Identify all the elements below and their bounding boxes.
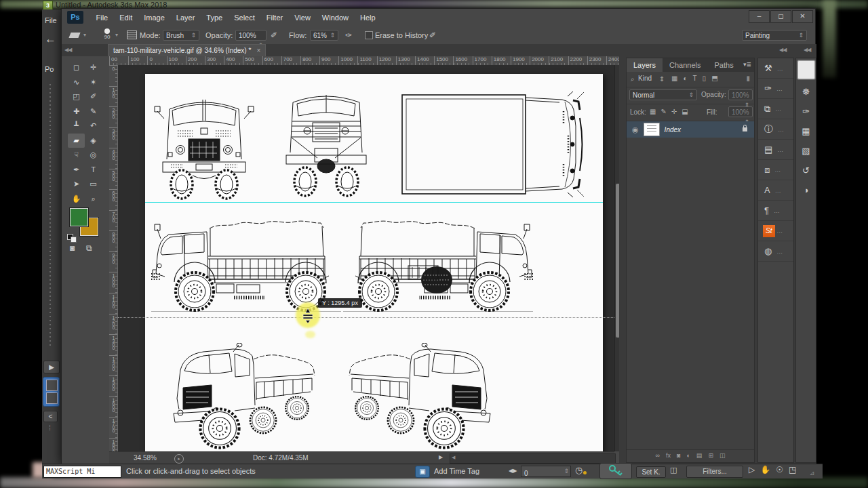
- clone-source-icon[interactable]: ⧉: [758, 99, 793, 119]
- stock-icon[interactable]: St: [758, 221, 793, 241]
- smudge-tool[interactable]: ☟: [68, 148, 85, 163]
- type-tool[interactable]: T: [85, 163, 102, 178]
- collapse-dock-icon[interactable]: ◀◀: [779, 44, 786, 56]
- lock-pixels-icon[interactable]: ✎: [660, 108, 666, 115]
- erase-to-history-checkbox[interactable]: [365, 31, 373, 39]
- guide-line-dragging[interactable]: [118, 317, 614, 318]
- dodge-tool[interactable]: ◎: [85, 148, 102, 163]
- time-configuration-icon[interactable]: ◷: [575, 465, 583, 475]
- tab-close-icon[interactable]: ×: [256, 45, 260, 57]
- canvas-area[interactable]: Y : 1295.4 px: [118, 65, 614, 451]
- foreground-color-swatch[interactable]: [70, 208, 88, 226]
- drag-handle-dots[interactable]: ⁞: [49, 424, 51, 432]
- status-popup-icon[interactable]: ▶: [439, 454, 443, 460]
- panel-tab[interactable]: Paths: [708, 58, 741, 72]
- pen-tool[interactable]: ✒: [68, 163, 85, 178]
- minimize-button[interactable]: –: [749, 10, 770, 23]
- sync-status-icon[interactable]: ▸: [174, 454, 184, 464]
- eraser-tool-icon[interactable]: [68, 33, 80, 38]
- lasso-tool[interactable]: ∿: [68, 75, 85, 90]
- mode-dropdown[interactable]: Brush: [163, 30, 199, 41]
- maximize-viewport-icon[interactable]: ◳: [789, 465, 796, 474]
- panel-tab[interactable]: Channels: [663, 58, 707, 72]
- add-time-tag-label[interactable]: Add Time Tag: [434, 464, 479, 479]
- properties-icon[interactable]: ▤: [758, 140, 793, 160]
- paint-bucket-tool[interactable]: ◈: [85, 134, 102, 148]
- brush-preview-caret-icon[interactable]: ▾: [115, 32, 118, 38]
- scroll-tabs-left-icon[interactable]: ◀◀: [64, 44, 71, 56]
- hand-tool[interactable]: ✋: [68, 192, 85, 207]
- menu-item[interactable]: Filter: [260, 14, 288, 22]
- eyedropper-tool[interactable]: ✐: [85, 89, 102, 104]
- kind-filter-dropdown[interactable]: Kind: [638, 75, 652, 82]
- path-selection-tool[interactable]: ➤: [68, 177, 85, 192]
- viewport-layout-button[interactable]: [43, 377, 60, 407]
- pressure-opacity-icon[interactable]: ✐: [271, 27, 277, 43]
- rectangular-marquee-tool[interactable]: ◻: [68, 60, 85, 75]
- character-icon[interactable]: A: [758, 180, 793, 201]
- menu-item[interactable]: File: [90, 14, 114, 22]
- menu-item[interactable]: Help: [354, 14, 381, 22]
- filter-smart-objects-icon[interactable]: ⬒: [711, 75, 717, 82]
- opacity-dropdown[interactable]: 100%: [235, 30, 267, 41]
- adjustment-layer-icon[interactable]: ◐: [686, 450, 690, 462]
- layer-effects-icon[interactable]: fx: [666, 450, 671, 462]
- move-tool[interactable]: ✛: [85, 60, 102, 75]
- new-layer-icon[interactable]: ⊞: [708, 450, 713, 462]
- workspace-dropdown[interactable]: Painting: [742, 30, 807, 41]
- default-colors-bg-icon[interactable]: [71, 237, 77, 243]
- kind-caret-icon[interactable]: ⇕: [659, 75, 665, 83]
- filter-shape-layers-icon[interactable]: ▯: [703, 75, 707, 82]
- flow-dropdown[interactable]: 61%: [310, 30, 338, 41]
- pan-hand-icon[interactable]: ✋: [760, 465, 770, 474]
- link-layers-icon[interactable]: ∞: [656, 450, 660, 462]
- magic-wand-tool[interactable]: ✶: [85, 75, 102, 90]
- brush-settings-icon[interactable]: ✑: [796, 102, 816, 121]
- rectangle-tool[interactable]: ▭: [85, 177, 102, 192]
- filter-pixel-layers-icon[interactable]: ▦: [671, 75, 677, 82]
- visibility-eye-icon[interactable]: ◉: [632, 125, 639, 134]
- airbrush-icon[interactable]: ✑: [345, 27, 352, 43]
- lock-transparency-icon[interactable]: ▦: [650, 108, 656, 115]
- menu-item[interactable]: Window: [316, 14, 354, 22]
- healing-brush-tool[interactable]: ✚: [68, 104, 85, 119]
- menu-item[interactable]: Layer: [170, 14, 201, 22]
- preview-panel-icon[interactable]: [797, 60, 815, 79]
- adjustments-icon[interactable]: ◑: [796, 180, 816, 200]
- isolate-selection-icon[interactable]: ▣: [415, 466, 430, 478]
- paragraph-icon[interactable]: ¶: [758, 201, 793, 221]
- layer-group-icon[interactable]: ▤: [696, 450, 703, 462]
- screen-mode-icon[interactable]: ⧉: [86, 243, 92, 253]
- menu-item[interactable]: View: [289, 14, 317, 22]
- undo-arrow-icon[interactable]: ←: [45, 33, 56, 46]
- tool-presets-icon[interactable]: ⚒: [758, 58, 793, 79]
- fill-dropdown[interactable]: 100%: [728, 106, 753, 117]
- document-image[interactable]: [145, 74, 603, 451]
- brush-tool[interactable]: ✎: [85, 104, 102, 119]
- delete-layer-icon[interactable]: ◫: [719, 450, 726, 462]
- scroll-left-icon[interactable]: ◀: [452, 455, 455, 460]
- orbit-icon[interactable]: ☉: [776, 465, 783, 474]
- lock-position-icon[interactable]: ✛: [671, 108, 677, 115]
- lock-all-icon[interactable]: ⬓: [682, 108, 688, 115]
- color-icon[interactable]: ▧: [796, 141, 816, 161]
- key-filters-icon[interactable]: ◫: [670, 466, 677, 474]
- vertical-ruler[interactable]: 0100200300400500600700800900100011001200…: [109, 65, 118, 451]
- layer-name[interactable]: Index: [665, 126, 738, 134]
- menu-item[interactable]: Type: [201, 14, 229, 22]
- blend-mode-dropdown[interactable]: Normal: [629, 89, 697, 100]
- collapse-dock2-icon[interactable]: ◀◀: [804, 44, 810, 56]
- layer-row-index[interactable]: ◉ Index: [627, 121, 754, 138]
- frame-spinner-arrows-icon[interactable]: ◀▶: [509, 468, 517, 474]
- menu-item[interactable]: Edit: [114, 14, 138, 22]
- guide-line-cyan[interactable]: [145, 202, 603, 203]
- layer-mask-icon[interactable]: ◙: [677, 450, 680, 462]
- clone-stamp-tool[interactable]: ┻: [68, 119, 85, 134]
- layer-thumbnail[interactable]: [644, 123, 660, 136]
- horizontal-scrollbar[interactable]: ◀: [450, 453, 616, 464]
- close-button[interactable]: ✕: [792, 10, 813, 23]
- zoom-tool[interactable]: ⌕: [85, 192, 102, 207]
- menu-item[interactable]: Select: [229, 14, 261, 22]
- resize-grip-icon[interactable]: ⊿: [810, 470, 815, 476]
- swatches-icon[interactable]: ▦: [796, 121, 816, 141]
